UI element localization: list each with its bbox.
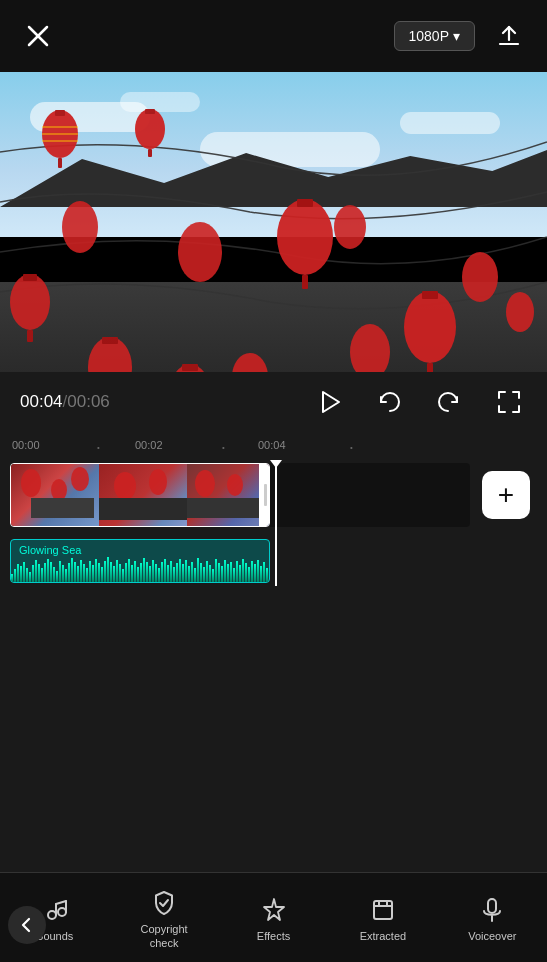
svg-rect-59 [86, 568, 88, 582]
svg-rect-110 [239, 565, 241, 582]
svg-rect-81 [152, 560, 154, 582]
svg-rect-89 [176, 563, 178, 582]
resolution-button[interactable]: 1080P ▾ [394, 21, 475, 51]
building-layer [0, 282, 547, 372]
svg-rect-103 [218, 563, 220, 582]
close-button[interactable] [20, 18, 56, 54]
svg-rect-130 [488, 899, 496, 913]
svg-rect-94 [191, 562, 193, 582]
svg-rect-48 [53, 567, 55, 582]
svg-rect-115 [254, 564, 256, 582]
svg-rect-56 [77, 566, 79, 582]
time-display: 00:04 / 00:06 [20, 392, 110, 412]
svg-rect-90 [179, 559, 181, 582]
back-button[interactable] [8, 906, 46, 944]
undo-button[interactable] [371, 384, 407, 420]
svg-rect-17 [23, 274, 37, 281]
add-clip-button[interactable]: + [482, 471, 530, 519]
svg-rect-36 [17, 564, 19, 582]
effects-icon [260, 896, 288, 924]
svg-marker-33 [323, 392, 339, 412]
svg-rect-54 [71, 558, 73, 582]
audio-track-label: Glowing Sea [19, 544, 81, 556]
svg-rect-34 [11, 574, 13, 582]
nav-item-effects[interactable]: Effects [219, 886, 328, 949]
svg-rect-49 [56, 571, 58, 582]
svg-rect-108 [233, 568, 235, 582]
svg-rect-40 [29, 572, 31, 582]
svg-rect-82 [155, 564, 157, 582]
redo-button[interactable] [431, 384, 467, 420]
tracks-container: + Glowing Sea [0, 460, 547, 586]
svg-rect-67 [110, 562, 112, 582]
svg-rect-41 [32, 565, 34, 582]
svg-rect-111 [242, 559, 244, 582]
audio-waveform [11, 554, 270, 582]
export-button[interactable] [491, 18, 527, 54]
ruler-dot-2: • [222, 443, 225, 452]
svg-rect-72 [125, 563, 127, 582]
svg-rect-52 [65, 569, 67, 582]
svg-rect-91 [182, 564, 184, 582]
video-preview [0, 72, 547, 372]
svg-rect-66 [107, 557, 109, 582]
voiceover-icon [478, 896, 506, 924]
svg-rect-107 [230, 562, 232, 582]
audio-track: Glowing Sea [0, 536, 547, 586]
svg-rect-44 [41, 568, 43, 582]
svg-rect-100 [209, 565, 211, 582]
nav-item-voiceover[interactable]: Voiceover [438, 886, 547, 949]
add-icon: + [498, 481, 514, 509]
svg-rect-69 [116, 560, 118, 582]
video-clip[interactable] [10, 463, 270, 527]
copyright-label: Copyrightcheck [141, 923, 188, 949]
svg-rect-64 [101, 567, 103, 582]
svg-rect-74 [131, 565, 133, 582]
empty-track-area [270, 463, 470, 527]
svg-rect-105 [224, 560, 226, 582]
playhead[interactable] [275, 460, 277, 586]
fullscreen-button[interactable] [491, 384, 527, 420]
svg-rect-112 [245, 563, 247, 582]
svg-rect-53 [68, 563, 70, 582]
svg-rect-61 [92, 565, 94, 582]
svg-rect-98 [203, 567, 205, 582]
clip-thumb-2 [99, 464, 187, 527]
nav-item-extracted[interactable]: Extracted [328, 886, 437, 949]
svg-point-122 [58, 908, 66, 916]
svg-rect-73 [128, 559, 130, 582]
svg-rect-118 [263, 562, 265, 582]
svg-rect-119 [266, 568, 268, 582]
cloud [400, 112, 500, 134]
ruler-mark-1: 00:02 [135, 439, 163, 451]
svg-rect-51 [62, 565, 64, 582]
video-track: + [0, 460, 547, 530]
svg-rect-57 [80, 560, 82, 582]
extracted-label: Extracted [360, 930, 406, 943]
clip-handle-icon[interactable] [269, 488, 270, 502]
svg-rect-116 [257, 560, 259, 582]
clip-thumb-1 [11, 464, 99, 527]
play-button[interactable] [311, 384, 347, 420]
svg-rect-117 [260, 566, 262, 582]
svg-rect-93 [188, 566, 190, 582]
dropdown-chevron: ▾ [453, 28, 460, 44]
svg-rect-120 [269, 564, 270, 582]
total-time: 00:06 [67, 392, 110, 412]
playback-controls: 00:04 / 00:06 [0, 372, 547, 432]
timeline-area: 00:00 • 00:02 • 00:04 • [0, 432, 547, 682]
svg-rect-104 [221, 566, 223, 582]
nav-item-copyright[interactable]: Copyrightcheck [109, 879, 218, 955]
svg-rect-58 [83, 564, 85, 582]
ruler-dot-3: • [350, 443, 353, 452]
effects-label: Effects [257, 930, 290, 943]
svg-marker-126 [264, 899, 284, 920]
audio-clip[interactable]: Glowing Sea [10, 539, 270, 583]
svg-rect-85 [164, 559, 166, 582]
svg-rect-84 [161, 562, 163, 582]
svg-rect-101 [212, 569, 214, 582]
svg-rect-106 [227, 564, 229, 582]
copyright-icon [150, 889, 178, 917]
svg-rect-60 [89, 561, 91, 582]
cloud [120, 92, 200, 112]
